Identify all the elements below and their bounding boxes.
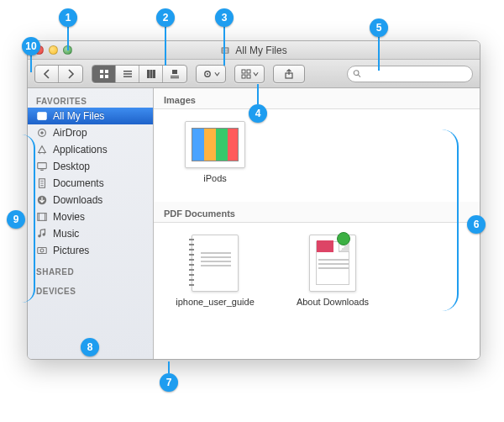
sidebar-item-documents[interactable]: Documents bbox=[28, 175, 153, 192]
chevron-down-icon bbox=[253, 69, 259, 79]
share-button-group bbox=[273, 65, 305, 83]
file-thumbnail bbox=[309, 235, 356, 292]
sidebar-item-music[interactable]: Music bbox=[28, 225, 153, 242]
sidebar: FAVORITES All My Files AirDrop Applicati… bbox=[28, 88, 154, 359]
nav-buttons bbox=[34, 65, 83, 83]
download-badge-icon bbox=[337, 232, 350, 245]
svg-rect-15 bbox=[171, 76, 179, 76]
sidebar-item-desktop[interactable]: Desktop bbox=[28, 158, 153, 175]
all-my-files-icon bbox=[220, 45, 230, 55]
callout-lead bbox=[223, 27, 225, 66]
svg-point-28 bbox=[40, 131, 44, 135]
sidebar-item-all-my-files[interactable]: All My Files bbox=[28, 108, 153, 124]
column-view-button[interactable] bbox=[139, 66, 163, 82]
minimize-button[interactable] bbox=[49, 45, 58, 55]
svg-point-41 bbox=[38, 235, 41, 238]
callout-8: 8 bbox=[81, 338, 99, 356]
callout-lead bbox=[165, 27, 166, 66]
svg-rect-22 bbox=[247, 75, 250, 78]
file-thumbnail bbox=[192, 235, 239, 292]
callout-lead bbox=[410, 129, 459, 311]
sidebar-item-label: Pictures bbox=[53, 245, 89, 256]
sidebar-section-shared: SHARED bbox=[28, 264, 153, 278]
svg-point-24 bbox=[354, 71, 359, 76]
share-button[interactable] bbox=[274, 66, 304, 82]
sidebar-item-airdrop[interactable]: AirDrop bbox=[28, 124, 153, 141]
svg-point-44 bbox=[40, 249, 44, 252]
callout-lead bbox=[168, 361, 170, 373]
svg-rect-16 bbox=[171, 77, 179, 78]
file-item[interactable]: About Downloads bbox=[286, 235, 379, 307]
svg-rect-5 bbox=[105, 70, 108, 73]
callout-lead bbox=[30, 55, 32, 72]
list-view-button[interactable] bbox=[116, 66, 139, 82]
search-icon bbox=[353, 69, 361, 78]
action-menu[interactable] bbox=[196, 65, 226, 83]
sidebar-item-pictures[interactable]: Pictures bbox=[28, 242, 153, 259]
share-icon bbox=[284, 69, 294, 79]
file-label: iPods bbox=[169, 173, 261, 183]
callout-6: 6 bbox=[467, 215, 486, 234]
back-button[interactable] bbox=[35, 66, 59, 82]
group-header-images: Images bbox=[154, 88, 480, 109]
svg-rect-31 bbox=[38, 163, 47, 169]
icon-view-button[interactable] bbox=[92, 66, 116, 82]
arrange-button[interactable] bbox=[235, 66, 264, 82]
svg-rect-11 bbox=[147, 70, 150, 78]
documents-icon bbox=[36, 177, 48, 189]
svg-rect-20 bbox=[247, 70, 250, 73]
forward-button[interactable] bbox=[59, 66, 82, 82]
sidebar-item-downloads[interactable]: Downloads bbox=[28, 192, 153, 208]
file-label: About Downloads bbox=[286, 297, 379, 307]
callout-7: 7 bbox=[160, 373, 178, 392]
downloads-icon bbox=[36, 194, 48, 206]
svg-rect-12 bbox=[150, 70, 152, 78]
sidebar-section-devices: DEVICES bbox=[28, 283, 153, 298]
sidebar-item-label: AirDrop bbox=[53, 127, 87, 139]
sidebar-item-applications[interactable]: Applications bbox=[28, 141, 153, 158]
callout-10: 10 bbox=[22, 37, 40, 55]
coverflow-view-button[interactable] bbox=[163, 66, 186, 82]
page-image-icon bbox=[317, 240, 333, 252]
window-title-label: All My Files bbox=[235, 45, 286, 56]
sidebar-item-label: Movies bbox=[53, 211, 85, 223]
gear-icon bbox=[202, 69, 213, 79]
file-label: iphone_user_guide bbox=[169, 297, 261, 307]
sidebar-section-favorites: FAVORITES bbox=[28, 93, 153, 108]
sidebar-item-movies[interactable]: Movies bbox=[28, 208, 153, 225]
titlebar[interactable]: All My Files bbox=[28, 41, 480, 60]
svg-rect-10 bbox=[123, 76, 132, 77]
applications-icon bbox=[36, 144, 48, 156]
svg-line-25 bbox=[359, 75, 360, 76]
svg-rect-4 bbox=[100, 70, 103, 73]
desktop-icon bbox=[36, 161, 48, 172]
movies-icon bbox=[36, 211, 48, 223]
callout-4: 4 bbox=[249, 104, 267, 123]
svg-rect-26 bbox=[38, 113, 47, 120]
file-item[interactable]: iPods bbox=[169, 121, 261, 190]
callout-lead bbox=[67, 27, 69, 50]
svg-rect-21 bbox=[242, 75, 245, 78]
callout-3: 3 bbox=[215, 8, 234, 27]
svg-point-42 bbox=[42, 233, 45, 236]
svg-rect-43 bbox=[38, 248, 47, 254]
toolbar bbox=[28, 60, 480, 88]
svg-rect-14 bbox=[172, 70, 177, 74]
svg-rect-19 bbox=[242, 70, 245, 73]
search-field[interactable] bbox=[347, 66, 473, 82]
sidebar-item-label: Music bbox=[53, 228, 79, 240]
airdrop-icon bbox=[36, 127, 48, 139]
action-gear-button[interactable] bbox=[197, 66, 225, 82]
pictures-icon bbox=[36, 245, 48, 256]
svg-point-18 bbox=[207, 73, 208, 75]
arrange-menu[interactable] bbox=[234, 65, 265, 83]
callout-lead bbox=[257, 84, 259, 104]
sidebar-item-label: All My Files bbox=[53, 110, 104, 122]
search-input[interactable] bbox=[365, 69, 467, 79]
music-icon bbox=[36, 228, 48, 240]
ipods-image-icon bbox=[192, 128, 239, 161]
view-mode-buttons bbox=[92, 65, 187, 83]
file-item[interactable]: iphone_user_guide bbox=[169, 235, 261, 307]
file-thumbnail bbox=[185, 121, 245, 168]
svg-rect-13 bbox=[153, 70, 155, 78]
